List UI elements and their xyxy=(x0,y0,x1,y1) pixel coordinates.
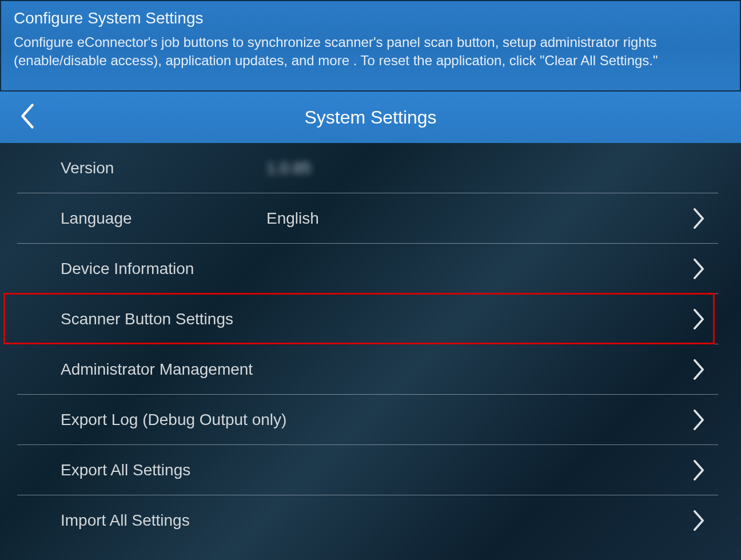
row-label: Language xyxy=(61,209,266,228)
row-label: Export Log (Debug Output only) xyxy=(61,411,286,429)
row-import-all-settings[interactable]: Import All Settings xyxy=(17,495,718,546)
row-label: Export All Settings xyxy=(61,461,190,479)
row-device-information[interactable]: Device Information xyxy=(17,244,718,294)
chevron-right-icon xyxy=(691,358,707,381)
row-label: Import All Settings xyxy=(61,511,190,530)
spacer xyxy=(0,546,741,560)
row-label: Version xyxy=(61,159,266,177)
title-bar: System Settings xyxy=(0,92,741,143)
chevron-right-icon xyxy=(691,408,707,431)
row-label: Device Information xyxy=(61,260,266,278)
row-version: Version 1.0.85 xyxy=(17,143,718,193)
row-value: English xyxy=(266,209,319,228)
back-button[interactable] xyxy=(16,103,39,132)
row-label: Scanner Button Settings xyxy=(61,310,233,328)
row-scanner-button-settings[interactable]: Scanner Button Settings xyxy=(17,294,718,344)
row-export-log[interactable]: Export Log (Debug Output only) xyxy=(17,395,718,445)
row-administrator-management[interactable]: Administrator Management xyxy=(17,344,718,395)
row-value: 1.0.85 xyxy=(266,159,311,177)
settings-list: Version 1.0.85 Language English Device I… xyxy=(0,143,741,560)
page-title: System Settings xyxy=(304,107,436,128)
chevron-right-icon xyxy=(691,459,707,482)
settings-scroll-area[interactable]: Version 1.0.85 Language English Device I… xyxy=(0,143,741,560)
help-panel: Configure System Settings Configure eCon… xyxy=(0,0,741,92)
chevron-right-icon xyxy=(691,257,707,280)
row-language[interactable]: Language English xyxy=(17,193,718,244)
row-label: Administrator Management xyxy=(61,360,253,379)
help-title: Configure System Settings xyxy=(14,9,727,27)
help-body: Configure eConnector's job buttons to sy… xyxy=(14,33,727,70)
chevron-right-icon xyxy=(691,207,707,230)
row-export-all-settings[interactable]: Export All Settings xyxy=(17,445,718,495)
chevron-left-icon xyxy=(20,103,35,132)
chevron-right-icon xyxy=(691,509,707,532)
chevron-right-icon xyxy=(691,308,707,331)
